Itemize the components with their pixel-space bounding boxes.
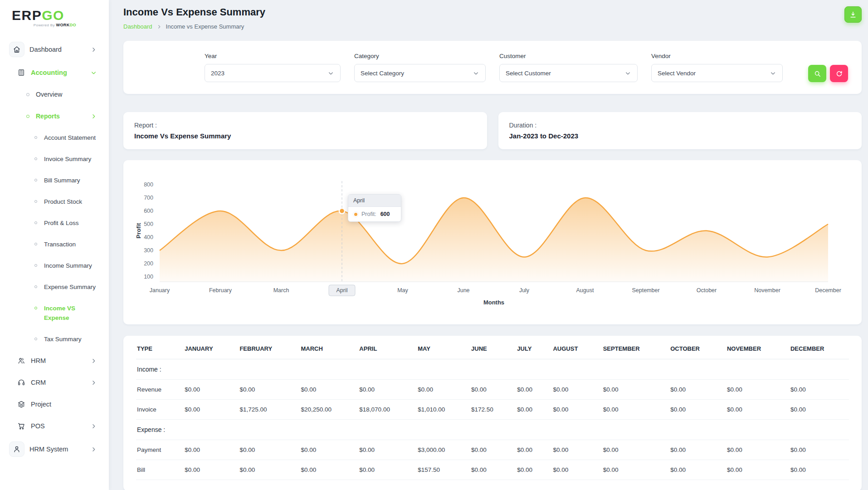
- category-select-value: Select Category: [361, 70, 404, 77]
- cell-value: $0.00: [180, 400, 235, 420]
- cell-value: $0.00: [548, 380, 598, 400]
- cell-value: $0.00: [355, 460, 413, 480]
- logo-tagline: Powered By WORKDO: [12, 23, 76, 27]
- crm-icon: [17, 378, 25, 387]
- cell-value: $0.00: [666, 380, 722, 400]
- sidebar-item-hrm[interactable]: HRM: [0, 350, 109, 372]
- sidebar-item-expense-summary[interactable]: Expense Summary: [0, 276, 109, 298]
- tagline-do: DO: [70, 23, 76, 27]
- sidebar-item-account-statement[interactable]: Account Statement: [0, 127, 109, 148]
- svg-text:April: April: [336, 287, 347, 294]
- row-type: Payment: [136, 440, 180, 460]
- sidebar-item-label: Profit & Loss: [44, 218, 79, 228]
- sidebar-item-label: HRM System: [29, 445, 68, 454]
- vendor-select[interactable]: Select Vendor: [651, 64, 783, 82]
- filter-actions: [808, 65, 848, 82]
- cell-value: $0.00: [666, 460, 722, 480]
- filter-group-category: Category Select Category: [354, 53, 486, 82]
- sidebar-item-label: HRM: [31, 356, 46, 366]
- home-icon: [9, 42, 24, 57]
- chevron-down-icon: [90, 69, 97, 76]
- chart-tooltip: April Profit: 600: [348, 194, 401, 222]
- vendor-label: Vendor: [651, 53, 783, 59]
- pos-icon: [17, 422, 25, 430]
- cell-value: $0.00: [235, 460, 296, 480]
- sidebar-item-label: Income Summary: [44, 261, 92, 270]
- sidebar-item-label: CRM: [31, 378, 46, 387]
- search-button[interactable]: [808, 65, 826, 82]
- download-button[interactable]: [844, 6, 862, 23]
- user-icon: [9, 441, 24, 457]
- category-select[interactable]: Select Category: [354, 64, 486, 82]
- duration-value: Jan-2023 to Dec-2023: [509, 132, 851, 140]
- sidebar-item-pos[interactable]: POS: [0, 415, 109, 437]
- erpgo-logo[interactable]: ERPGO Powered By WORKDO: [0, 0, 109, 32]
- bullet-icon: [26, 115, 29, 118]
- sidebar-item-label: Tax Summary: [44, 334, 82, 344]
- sidebar-item-hrm-system[interactable]: HRM System: [0, 437, 109, 461]
- sidebar-item-reports[interactable]: Reports: [0, 105, 109, 127]
- svg-text:October: October: [697, 287, 717, 294]
- cell-value: $0.00: [786, 460, 849, 480]
- sidebar-item-accounting[interactable]: Accounting: [0, 62, 109, 83]
- sidebar-item-invoice-summary[interactable]: Invoice Summary: [0, 148, 109, 170]
- income-expense-table: TYPEJANUARYFEBRUARYMARCHAPRILMAYJUNEJULY…: [136, 338, 849, 480]
- sidebar-item-transaction[interactable]: Transaction: [0, 234, 109, 255]
- sidebar-item-label: Reports: [36, 112, 60, 121]
- svg-text:September: September: [632, 287, 659, 294]
- sidebar-item-crm[interactable]: CRM: [0, 372, 109, 393]
- sidebar-item-label: Overview: [36, 90, 62, 99]
- reset-button[interactable]: [830, 65, 848, 82]
- logo-erp: ERP: [12, 8, 42, 23]
- report-card: Report : Income Vs Expense Summary: [123, 112, 487, 149]
- tagline-work: WORK: [56, 23, 70, 27]
- tooltip-value: 600: [380, 211, 390, 217]
- sidebar-item-profit-loss[interactable]: Profit & Loss: [0, 212, 109, 234]
- year-select[interactable]: 2023: [205, 64, 341, 82]
- sidebar-item-bill-summary[interactable]: Bill Summary: [0, 170, 109, 191]
- sidebar-item-dashboard[interactable]: Dashboard: [0, 37, 109, 62]
- report-value: Income Vs Expense Summary: [134, 132, 476, 140]
- category-label: Category: [354, 53, 486, 59]
- profit-area-chart: 800700600500400300200100ProfitJanuaryFeb…: [134, 170, 847, 307]
- svg-text:July: July: [519, 287, 530, 294]
- cell-value: $0.00: [180, 460, 235, 480]
- customer-select[interactable]: Select Customer: [499, 64, 638, 82]
- svg-text:400: 400: [144, 234, 153, 240]
- sidebar-item-project[interactable]: Project: [0, 393, 109, 415]
- svg-text:500: 500: [144, 221, 153, 227]
- bullet-icon: [34, 179, 37, 181]
- sidebar-item-income-vs-expense[interactable]: Income VS Expense: [0, 298, 109, 328]
- sidebar-item-tax-summary[interactable]: Tax Summary: [0, 328, 109, 350]
- section-row: Income :: [136, 359, 849, 380]
- svg-text:November: November: [754, 287, 780, 294]
- column-header: MAY: [413, 338, 467, 359]
- customer-select-value: Select Customer: [506, 70, 551, 77]
- cell-value: $0.00: [666, 400, 722, 420]
- cell-value: $0.00: [786, 380, 849, 400]
- sidebar-item-label: Transaction: [44, 240, 76, 249]
- chevron-down-icon: [473, 70, 479, 77]
- column-header: AUGUST: [548, 338, 598, 359]
- cell-value: $20,250.00: [296, 400, 355, 420]
- column-header: JULY: [512, 338, 548, 359]
- project-icon: [17, 400, 25, 408]
- svg-text:600: 600: [144, 208, 153, 214]
- cell-value: $157.50: [413, 460, 467, 480]
- sidebar-item-product-stock[interactable]: Product Stock: [0, 191, 109, 212]
- breadcrumb: Dashboard Income vs Expense Summary: [123, 23, 265, 30]
- cell-value: $0.00: [180, 440, 235, 460]
- profit-chart[interactable]: 800700600500400300200100ProfitJanuaryFeb…: [134, 170, 847, 307]
- cell-value: $0.00: [512, 400, 548, 420]
- sidebar-item-overview[interactable]: Overview: [0, 83, 109, 105]
- sidebar-item-label: Invoice Summary: [44, 154, 91, 164]
- svg-text:December: December: [815, 287, 841, 294]
- cell-value: $0.00: [722, 380, 786, 400]
- sidebar-item-label: Expense Summary: [44, 282, 96, 292]
- sidebar: ERPGO Powered By WORKDO DashboardAccount…: [0, 0, 109, 490]
- breadcrumb-dashboard-link[interactable]: Dashboard: [123, 23, 152, 30]
- cell-value: $0.00: [599, 460, 666, 480]
- cell-value: $18,070.00: [355, 400, 413, 420]
- sidebar-item-income-summary[interactable]: Income Summary: [0, 255, 109, 276]
- cell-value: $0.00: [599, 380, 666, 400]
